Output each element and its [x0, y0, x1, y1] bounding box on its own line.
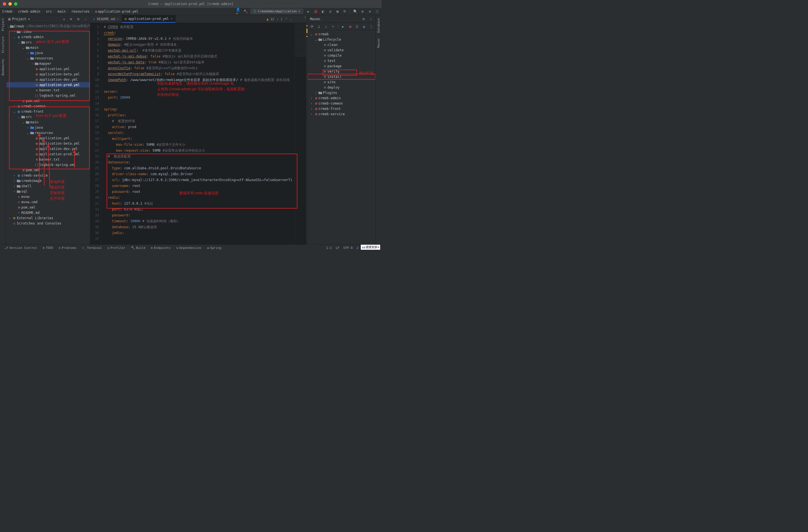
run-config-selector[interactable]: ⬡ CrmebAdminApplication ▾: [251, 9, 303, 14]
tree-item-crmeb-front[interactable]: ›mcrmeb-front: [308, 106, 375, 111]
minimap[interactable]: [295, 23, 308, 244]
tree-item-lifecycle[interactable]: ⌄Lifecycle: [308, 37, 375, 42]
breadcrumb-item[interactable]: application-prod.yml: [95, 10, 138, 14]
tree-item-mvnw[interactable]: ▫mvnw: [6, 194, 90, 199]
hammer-icon[interactable]: 🔨: [243, 9, 248, 14]
skip-tests-icon[interactable]: ◉: [362, 24, 366, 29]
gutter-tab-database[interactable]: Database: [377, 15, 381, 36]
tree-item-crmeb-admin[interactable]: ⌄▣crmeb-admin: [6, 34, 90, 39]
gutter-tab-maven[interactable]: Maven: [377, 36, 381, 51]
tree-item-mapper[interactable]: ›mapper: [6, 61, 90, 66]
tree-item-java[interactable]: ›java: [6, 50, 90, 56]
tree-item-crmeb[interactable]: ⌄Crmeb~/Documents/ZBKJ/商业版/Java单商户: [6, 23, 90, 29]
tree-item-plugins[interactable]: ›Plugins: [308, 90, 375, 95]
collapse-icon[interactable]: ⇥: [61, 17, 66, 21]
tree-item-main[interactable]: ⌄main: [6, 119, 90, 125]
close-window-icon[interactable]: [3, 2, 6, 6]
tree-item-java[interactable]: ›java: [6, 125, 90, 130]
close-tab-icon[interactable]: ×: [170, 17, 172, 21]
code-editor[interactable]: # CRMEB 相关配置crmeb: version: CRMEB-JAVA-S…: [101, 23, 295, 244]
tree-item-package[interactable]: ⚙package: [308, 63, 375, 69]
close-tab-icon[interactable]: ×: [117, 17, 119, 21]
debug-icon[interactable]: 🐞: [313, 9, 318, 14]
editor-tab-application-prod-yml[interactable]: application-prod.yml×: [122, 15, 176, 23]
tree-item-application-yml[interactable]: application.yml: [6, 66, 90, 72]
chevron-down-icon[interactable]: ▾: [28, 17, 30, 21]
download-icon[interactable]: ⇩: [324, 24, 328, 29]
vcs-update-icon[interactable]: ⟳: [343, 9, 347, 14]
settings-icon[interactable]: ⚙: [360, 9, 365, 14]
maven-tree[interactable]: ⌄mcrmeb⌄Lifecycle⚙clean⚙validate⚙compile…: [308, 30, 375, 244]
gutter-tab-structure[interactable]: Structure: [1, 34, 5, 56]
run-maven-icon[interactable]: ▶: [341, 24, 345, 29]
status-tab-terminal[interactable]: >_Terminal: [80, 246, 104, 250]
tree-item-sql[interactable]: ›sql: [6, 189, 90, 194]
profiler-icon[interactable]: ◷: [328, 9, 332, 14]
tree-item-readme-md[interactable]: ▾README.md: [6, 210, 90, 215]
code-with-me-icon[interactable]: ⬡: [375, 9, 379, 14]
tree-item-crmeb-service[interactable]: ›▣crmeb-service: [6, 173, 90, 178]
tree-item-verify[interactable]: ⚙verify: [308, 69, 375, 74]
status-tab-profiler[interactable]: ◷Profiler: [105, 246, 128, 250]
status-tab-endpoints[interactable]: ⊕Endpoints: [149, 246, 173, 250]
tree-item-pom-xml[interactable]: mpom.xml: [6, 98, 90, 103]
tree-item-site[interactable]: ⚙site: [308, 79, 375, 84]
tree-item-main[interactable]: ⌄main: [6, 45, 90, 50]
status-tab-todo[interactable]: ≡TODO: [40, 246, 55, 250]
tree-item-resources[interactable]: ⌄resources: [6, 56, 90, 61]
project-tree[interactable]: ⌄Crmeb~/Documents/ZBKJ/商业版/Java单商户›.idea…: [6, 23, 90, 244]
stop-icon[interactable]: ■: [335, 9, 340, 14]
tree-item-crmebimage[interactable]: ›crmebimage: [6, 178, 90, 183]
panel-settings-icon[interactable]: ⚙: [76, 17, 80, 21]
editortabs-more-icon[interactable]: ⋮: [303, 15, 308, 20]
tree-item-application-beta-yml[interactable]: application-beta.yml: [6, 72, 90, 77]
tree-item-crmeb-common[interactable]: ›mcrmeb-common: [308, 101, 375, 106]
minimize-window-icon[interactable]: [8, 2, 12, 6]
breadcrumb-item[interactable]: src: [46, 10, 52, 14]
tree-item-logback-spring-xml[interactable]: ⟨⟩logback-spring.xml: [6, 93, 90, 98]
tree-item-external-libraries[interactable]: ›⊞External Libraries: [6, 215, 90, 221]
tree-item-crmeb-admin[interactable]: ›mcrmeb-admin: [308, 95, 375, 101]
reload-icon[interactable]: ⟳: [310, 24, 314, 29]
tree-item-shell[interactable]: ›shell: [6, 183, 90, 189]
tree-item-crmeb-service[interactable]: ›mcrmeb-service: [308, 111, 375, 117]
breadcrumb-item[interactable]: crmeb-admin: [18, 10, 40, 14]
window-controls[interactable]: [3, 2, 17, 6]
editor-tab-readme-md[interactable]: ▾README.md×: [90, 15, 122, 23]
status-tab-spring[interactable]: ✿Spring: [205, 246, 223, 250]
tree-item-application-prod-yml[interactable]: application-prod.yml: [6, 151, 90, 157]
tree-item--idea[interactable]: ›.idea: [6, 29, 90, 34]
hide-panel-icon[interactable]: —: [83, 17, 88, 21]
tree-item-banner-txt[interactable]: ≡banner.txt: [6, 88, 90, 93]
breadcrumb-item[interactable]: resources: [71, 10, 90, 14]
search-everywhere-icon[interactable]: 🔍: [353, 9, 357, 14]
generate-sources-icon[interactable]: ⤓: [317, 24, 321, 29]
status-encoding[interactable]: UTF-8: [343, 246, 353, 250]
tree-item-compile[interactable]: ⚙compile: [308, 53, 375, 58]
toggle-offline-icon[interactable]: ᛞ: [355, 24, 359, 29]
tree-item-pom-xml[interactable]: mpom.xml: [6, 205, 90, 210]
user-icon[interactable]: 👤▾: [236, 9, 240, 14]
status-tab-version-control[interactable]: ⎇Version Control: [2, 246, 39, 250]
coverage-icon[interactable]: ◧: [321, 9, 325, 14]
breadcrumb-item[interactable]: Crmeb: [2, 10, 12, 14]
tree-item-clean[interactable]: ⚙clean: [308, 42, 375, 48]
tree-item-crmeb-front[interactable]: ⌄▣crmeb-front: [6, 109, 90, 114]
tree-item-resources[interactable]: ⌄resources: [6, 130, 90, 135]
tree-item-deploy[interactable]: ⚙deploy: [308, 84, 375, 90]
gutter-tab-project[interactable]: Project: [1, 15, 5, 34]
tree-item-src[interactable]: ⌄src: [6, 114, 90, 119]
tree-item-logback-spring-xml[interactable]: ⟨⟩logback-spring.xml: [6, 162, 90, 167]
gutter-tab-bookmarks[interactable]: Bookmarks: [1, 56, 5, 78]
status-tab-problems[interactable]: ⊘Problems: [56, 246, 79, 250]
maven-more-icon[interactable]: ⋮: [369, 24, 373, 29]
status-position[interactable]: 1:1: [326, 246, 332, 250]
tree-item-banner-txt[interactable]: ≡banner.txt: [6, 157, 90, 162]
project-panel-title[interactable]: Project: [12, 17, 26, 21]
tree-item-test[interactable]: ⚙test: [308, 58, 375, 63]
tree-item-application-dev-yml[interactable]: application-dev.yml: [6, 146, 90, 151]
tree-item-scratches-and-consoles[interactable]: ◎Scratches and Consoles: [6, 221, 90, 226]
hide-panel-icon[interactable]: —: [369, 17, 373, 21]
tree-item-crmeb[interactable]: ⌄mcrmeb: [308, 32, 375, 37]
tree-item-pom-xml[interactable]: mpom.xml: [6, 167, 90, 173]
